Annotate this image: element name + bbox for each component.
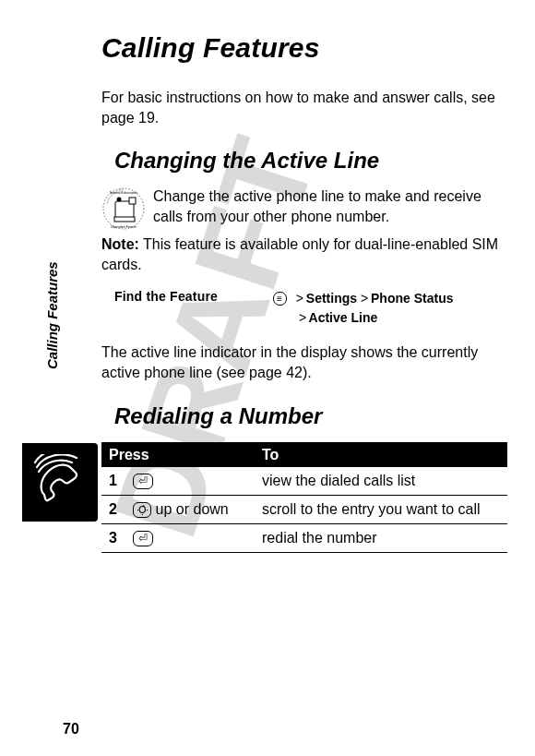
navigation-key-icon: ·Ọ̀· bbox=[133, 502, 151, 518]
section1-after-text: The active line indicator in the display… bbox=[101, 342, 507, 382]
press-extra: up or down bbox=[151, 501, 229, 517]
section1-p1: Change the active phone line to make and… bbox=[153, 186, 507, 226]
network-subscription-dependent-feature-icon: Network/Subscription Dependent Feature bbox=[101, 186, 146, 231]
to-cell: scroll to the entry you want to call bbox=[255, 495, 507, 523]
step-number: 1 bbox=[101, 467, 125, 496]
note-text: This feature is available only for dual-… bbox=[101, 236, 498, 272]
intro-paragraph: For basic instructions on how to make an… bbox=[101, 88, 507, 127]
svg-text:Dependent Feature: Dependent Feature bbox=[111, 225, 137, 229]
table-row: 2 ·Ọ̀· up or down scroll to the entry yo… bbox=[101, 495, 507, 523]
path-gt: > bbox=[299, 310, 305, 325]
section1-note: Note: This feature is available only for… bbox=[101, 234, 507, 274]
path-settings: Settings bbox=[306, 291, 357, 306]
find-the-feature-block: Find the Feature ≡ > Settings > Phone St… bbox=[114, 289, 507, 328]
to-cell: view the dialed calls list bbox=[255, 467, 507, 496]
svg-text:Network/Subscription: Network/Subscription bbox=[110, 191, 137, 195]
path-gt: > bbox=[296, 291, 303, 306]
find-feature-path-line2: > Active Line bbox=[273, 308, 453, 328]
step-number: 2 bbox=[101, 495, 125, 523]
path-active-line: Active Line bbox=[309, 310, 378, 325]
svg-point-4 bbox=[117, 198, 122, 202]
press-cell: ·Ọ̀· up or down bbox=[125, 495, 255, 523]
path-gt: > bbox=[361, 291, 367, 306]
svg-rect-5 bbox=[114, 217, 135, 222]
menu-key-icon: ≡ bbox=[273, 292, 287, 306]
svg-rect-3 bbox=[129, 198, 136, 204]
to-cell: redial the number bbox=[255, 524, 507, 553]
table-head-to: To bbox=[255, 442, 507, 467]
path-phone-status: Phone Status bbox=[371, 291, 453, 306]
table-row: 1 ⏎ view the dialed calls list bbox=[101, 467, 507, 496]
table-head-press: Press bbox=[101, 442, 255, 467]
table-row: 3 ⏎ redial the number bbox=[101, 524, 507, 553]
find-feature-path-line1: ≡ > Settings > Phone Status bbox=[273, 289, 453, 308]
section-heading-redialing: Redialing a Number bbox=[101, 403, 507, 429]
press-cell: ⏎ bbox=[125, 524, 255, 553]
send-key-icon: ⏎ bbox=[133, 531, 153, 546]
step-number: 3 bbox=[101, 524, 125, 553]
section-heading-changing-active-line: Changing the Active Line bbox=[101, 148, 507, 174]
send-key-icon: ⏎ bbox=[133, 474, 153, 489]
note-label: Note: bbox=[101, 236, 139, 252]
press-cell: ⏎ bbox=[125, 467, 255, 496]
redial-table: Press To 1 ⏎ view the dialed calls list … bbox=[101, 442, 507, 554]
page-title: Calling Features bbox=[101, 32, 507, 64]
find-feature-label: Find the Feature bbox=[114, 289, 262, 304]
